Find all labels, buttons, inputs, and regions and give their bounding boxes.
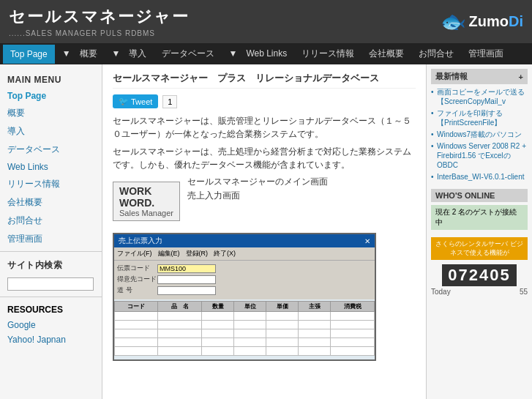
ss-form-row-1: 得意先コード <box>117 275 372 284</box>
sidebar-search-input[interactable] <box>7 277 94 291</box>
ss-row-2 <box>115 329 375 338</box>
rs-online-text: 現在 2 名のゲストが接続中 <box>431 205 528 230</box>
nav-weblinks[interactable]: ▼ Web Links <box>222 43 295 64</box>
nav-database[interactable]: データベース <box>154 43 222 64</box>
ss-th-6: 消費税 <box>331 302 375 312</box>
workword-line1: WORK <box>119 185 173 197</box>
ss-row-4 <box>115 347 375 356</box>
rs-info-section: 最新情報 + 画面コピーをメールで送る【ScreenCopyMail_v ファイ… <box>431 69 528 182</box>
ss-close-icon: ✕ <box>364 237 370 245</box>
ss-menu-file[interactable]: ファイル(F) <box>117 249 152 258</box>
sidebar-section-title: MAIN MENU <box>0 70 102 88</box>
main-nav: Top Page ▼ 概要 ▼ 導入 データベース ▼ Web Links リリ… <box>0 43 532 64</box>
rs-link-4[interactable]: InterBase_WI-V6.0.1-client <box>431 172 528 182</box>
ss-row-3 <box>115 338 375 347</box>
rs-link-0[interactable]: 画面コピーをメールで送る【ScreenCopyMail_v <box>431 87 528 106</box>
logo-area: 🐟 ZumoDi <box>441 10 523 34</box>
rs-online-section: WHO'S ONLINE 現在 2 名のゲストが接続中 <box>431 189 528 230</box>
sidebar-link-google[interactable]: Google <box>0 318 102 332</box>
sidebar-item-weblinks[interactable]: Web Links <box>0 159 102 175</box>
sidebar-item-release[interactable]: リリース情報 <box>0 175 102 193</box>
sidebar-item-intro[interactable]: 導入 <box>0 122 102 141</box>
site-subtitle: ......SALES MANAGER PULS RDBMS <box>9 29 190 37</box>
workword-line2: WORD. <box>119 197 173 209</box>
nav-company[interactable]: 会社概要 <box>361 43 411 64</box>
rs-link-1[interactable]: ファイルを印刷する【PrintScreenFile】 <box>431 108 528 127</box>
ss-row-1 <box>115 321 375 329</box>
site-title: セールスマネージャー <box>9 6 190 28</box>
screenshot-window: 売上伝票入力 ✕ ファイル(F) 編集(E) 登録(R) 終了(X) 伝票コード… <box>113 233 376 361</box>
ss-form-area: 伝票コード MMS100 得意先コード 道 号 <box>114 261 375 299</box>
rs-online-title: WHO'S ONLINE <box>431 189 528 202</box>
header: セールスマネージャー ......SALES MANAGER PULS RDBM… <box>0 0 532 43</box>
nav-top-page[interactable]: Top Page <box>3 45 55 64</box>
ss-form-row-0: 伝票コード MMS100 <box>117 264 372 273</box>
ss-input-0[interactable]: MMS100 <box>157 264 216 273</box>
ss-label-1: 得意先コード <box>117 275 157 284</box>
ss-input-1[interactable] <box>157 275 216 284</box>
sidebar-link-yahoo[interactable]: Yahoo! Japnan <box>0 332 102 347</box>
sidebar-item-overview[interactable]: 概要 <box>0 104 102 122</box>
sidebar-item-admin[interactable]: 管理画面 <box>0 230 102 248</box>
tweet-bar: 🐦 Tweet 1 <box>113 94 416 108</box>
ss-menu-register[interactable]: 登録(R) <box>186 249 209 258</box>
ss-menu-exit[interactable]: 終了(X) <box>214 249 236 258</box>
logo-text: ZumoDi <box>469 13 523 30</box>
ss-toolbar: ファイル(F) 編集(E) 登録(R) 終了(X) <box>114 247 375 261</box>
ss-form-row-2: 道 号 <box>117 286 372 295</box>
ss-input-2[interactable] <box>157 286 216 295</box>
rs-link-2[interactable]: Windows7搭載のパソコン <box>431 130 528 139</box>
rs-info-title: 最新情報 + <box>431 69 528 84</box>
ss-th-1: 品 名 <box>158 302 201 312</box>
sub-text2: 売上入力画面 <box>187 190 328 202</box>
sidebar-item-contact[interactable]: お問合せ <box>0 212 102 230</box>
content-paragraph2: セールスマネージャーは、売上処理から経営分析まで対応した業務システムです。しかも… <box>113 145 416 171</box>
ss-th-4: 単価 <box>266 302 299 312</box>
ss-label-2: 道 号 <box>117 286 157 295</box>
content-title: セールスマネージャー プラス リレーショナルデータベース <box>113 72 416 89</box>
ss-menu-edit[interactable]: 編集(E) <box>158 249 180 258</box>
counter-number: 072405 <box>442 264 516 286</box>
twitter-icon: 🐦 <box>119 97 129 106</box>
nav-overview[interactable]: ▼ 概要 <box>55 43 105 64</box>
ss-th-0: コード <box>115 302 158 312</box>
ss-title: 売上伝票入力 <box>119 236 162 246</box>
ss-table: コード 品 名 数量 単位 単価 主張 消費税 <box>114 301 375 356</box>
sales-label: Sales Manager <box>119 209 173 217</box>
rs-counter-box: 072405 Today 55 <box>431 264 528 296</box>
ss-th-3: 単位 <box>234 302 266 312</box>
sidebar-item-database[interactable]: データベース <box>0 141 102 159</box>
counter-today-value: 55 <box>520 288 528 296</box>
logo-fish-icon: 🐟 <box>441 10 466 34</box>
main-content: セールスマネージャー プラス リレーショナルデータベース 🐦 Tweet 1 セ… <box>102 64 426 399</box>
counter-today-label: Today <box>431 288 451 296</box>
rs-banner[interactable]: さくらのレンタルサーバ ビジネスで使える機能が <box>431 237 528 260</box>
sidebar-item-company[interactable]: 会社概要 <box>0 193 102 212</box>
ss-titlebar: 売上伝票入力 ✕ <box>114 234 375 247</box>
nav-intro[interactable]: ▼ 導入 <box>105 43 154 64</box>
tweet-button[interactable]: 🐦 Tweet <box>113 94 158 108</box>
ss-row-0 <box>115 312 375 321</box>
content-paragraph1: セールスマネージャーは、販売管理とリレーショナルデータベース（１～５０ユーザー）… <box>113 114 416 141</box>
ss-label-0: 伝票コード <box>117 264 157 273</box>
rs-expand-icon[interactable]: + <box>519 72 523 81</box>
ss-th-5: 主張 <box>299 302 331 312</box>
nav-release[interactable]: リリース情報 <box>294 43 361 64</box>
right-sidebar: 最新情報 + 画面コピーをメールで送る【ScreenCopyMail_v ファイ… <box>426 64 532 399</box>
rs-link-3[interactable]: Windows Server 2008 R2 + Firebird1.56 でE… <box>431 141 528 170</box>
sub-text1: セールスマネージャーのメイン画面 <box>187 176 328 188</box>
ss-th-2: 数量 <box>201 302 233 312</box>
nav-admin[interactable]: 管理画面 <box>461 43 511 64</box>
content-sub-texts: セールスマネージャーのメイン画面 売上入力画面 <box>187 176 328 204</box>
nav-contact[interactable]: お問合せ <box>411 43 461 64</box>
workword-box: WORK WORD. Sales Manager <box>113 182 180 221</box>
sidebar-resources-title: RESOURCES <box>0 300 102 318</box>
site-title-block: セールスマネージャー ......SALES MANAGER PULS RDBM… <box>9 6 190 37</box>
left-sidebar: MAIN MENU Top Page 概要 導入 データベース Web Link… <box>0 64 102 399</box>
main-layout: MAIN MENU Top Page 概要 導入 データベース Web Link… <box>0 64 532 399</box>
sidebar-item-top[interactable]: Top Page <box>0 88 102 104</box>
sidebar-search-title: サイト内検索 <box>0 255 102 275</box>
tweet-count: 1 <box>162 95 177 108</box>
counter-today: Today 55 <box>431 288 528 296</box>
